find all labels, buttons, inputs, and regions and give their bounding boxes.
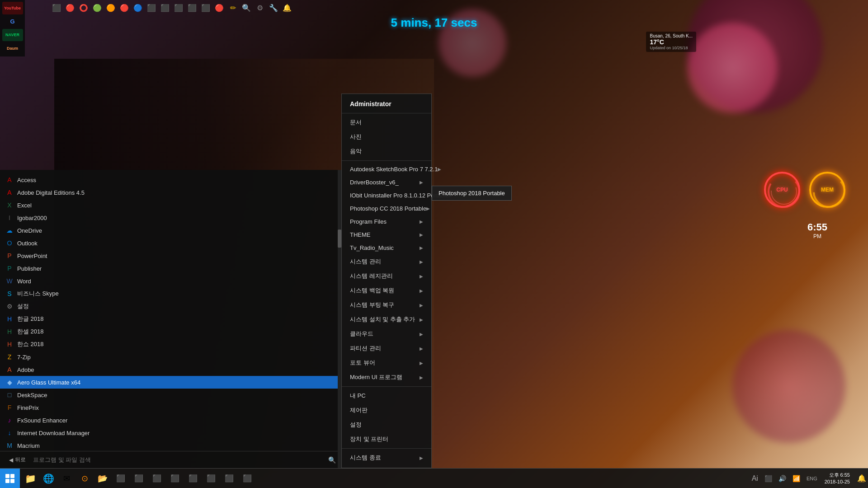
menu-item-igobar2000[interactable]: I Igobar2000 xyxy=(0,211,341,224)
context-item-devices[interactable]: 장치 및 프린터 xyxy=(342,432,431,446)
sidebar-item-naver[interactable]: NAVER xyxy=(2,29,23,42)
search-input[interactable] xyxy=(33,456,325,463)
context-item-documents[interactable]: 문서 xyxy=(342,115,431,130)
menu-item-word[interactable]: W Word xyxy=(0,275,341,287)
toolbar-btn-7[interactable]: 🔵 xyxy=(131,1,145,14)
menu-item-aero-glass[interactable]: ◆ Aero Glass Ultimate x64 xyxy=(0,376,341,389)
taskbar-icon-task4[interactable]: ⬛ xyxy=(130,470,147,487)
tray-icon-3[interactable]: 🔊 xyxy=(777,474,788,483)
menu-item-idm[interactable]: ↓ Internet Download Manager xyxy=(0,427,341,439)
context-item-registry[interactable]: 시스템 레지관리 ▶ xyxy=(342,269,431,283)
tray-icon-5[interactable]: ENG xyxy=(805,475,819,482)
tray-icon-4[interactable]: 📶 xyxy=(791,474,802,483)
menu-item-adobe-digital[interactable]: A Adobe Digital Editions 4.5 xyxy=(0,186,341,199)
context-item-install[interactable]: 시스템 설치 및 추출 추가 ▶ xyxy=(342,312,431,327)
menu-icon-publisher: P xyxy=(5,264,14,272)
context-item-iobit[interactable]: IObit Uninstaller Pro 8.1.0.12 Portable … xyxy=(342,189,431,202)
taskbar-icon-task7[interactable]: ⬛ xyxy=(184,470,202,487)
taskbar-icon-folder[interactable]: 📁 xyxy=(22,470,39,487)
toolbar-btn-10[interactable]: ⬛ xyxy=(172,1,185,14)
scroll-thumb[interactable] xyxy=(338,230,341,248)
toolbar-btn-13[interactable]: 🔴 xyxy=(212,1,226,14)
menu-icon-aero-glass: ◆ xyxy=(5,378,14,386)
context-item-shutdown[interactable]: 시스템 종료 ▶ xyxy=(342,450,431,465)
context-item-photos[interactable]: 사진 xyxy=(342,130,431,144)
context-item-autodesk[interactable]: Autodesk SketchBook Pro 7 7.2.1 ▶ xyxy=(342,163,431,176)
taskbar-clock[interactable]: 오후 6:55 2018-10-25 xyxy=(822,472,853,485)
menu-item-7zip[interactable]: Z 7-Zip xyxy=(0,351,341,363)
toolbar-btn-4[interactable]: 🟢 xyxy=(90,1,104,14)
menu-item-fxsound[interactable]: ♪ FxSound Enhancer xyxy=(0,414,341,427)
back-button[interactable]: ◀ 뒤로 xyxy=(5,454,29,465)
taskbar-icon-task10[interactable]: ⬛ xyxy=(239,470,256,487)
scrollbar[interactable] xyxy=(338,170,341,468)
toolbar-btn-1[interactable]: ⬛ xyxy=(50,1,63,14)
context-item-theme[interactable]: THEME ▶ xyxy=(342,228,431,241)
sidebar-item-daum[interactable]: Daum xyxy=(2,42,23,55)
menu-item-deskspace[interactable]: □ DeskSpace xyxy=(0,389,341,401)
menu-item-access[interactable]: A Access xyxy=(0,174,341,186)
toolbar-btn-2[interactable]: 🔴 xyxy=(63,1,77,14)
context-item-driverbooster[interactable]: DriverBooster_v6_ ▶ xyxy=(342,176,431,189)
menu-item-hanshow2018[interactable]: H 한쇼 2018 xyxy=(0,338,341,351)
toolbar-btn-6[interactable]: 🔴 xyxy=(118,1,131,14)
context-label-control-panel: 제어판 xyxy=(350,406,423,414)
toolbar-btn-11[interactable]: ⬛ xyxy=(185,1,199,14)
toolbar-btn-8[interactable]: ⬛ xyxy=(145,1,158,14)
taskbar-icon-mail[interactable]: ✉ xyxy=(58,470,75,487)
tray-icon-1[interactable]: Ai xyxy=(750,474,760,483)
toolbar-btn-15[interactable]: 🔍 xyxy=(240,1,253,14)
sidebar-item-google[interactable]: G xyxy=(2,15,23,28)
context-item-cloud[interactable]: 클라우드 ▶ xyxy=(342,327,431,341)
context-item-program-files[interactable]: Program Files ▶ xyxy=(342,215,431,228)
toolbar-btn-12[interactable]: ⬛ xyxy=(199,1,212,14)
notification-icon[interactable]: 🔔 xyxy=(855,473,868,483)
sidebar-item-youtube[interactable]: YouTube xyxy=(2,2,23,14)
start-button[interactable] xyxy=(0,469,20,488)
menu-item-settings[interactable]: ⚙ 설정 xyxy=(0,300,341,313)
taskbar-icon-browser[interactable]: ⊙ xyxy=(76,470,93,487)
menu-item-adobe[interactable]: A Adobe xyxy=(0,363,341,376)
context-item-boot-restore[interactable]: 시스템 부팅 복구 ▶ xyxy=(342,298,431,312)
context-item-tv-radio[interactable]: Tv_Radio_Music ▶ xyxy=(342,241,431,254)
taskbar-icon-task6[interactable]: ⬛ xyxy=(166,470,184,487)
toolbar-btn-3[interactable]: ⭕ xyxy=(77,1,90,14)
context-item-my-pc[interactable]: 내 PC xyxy=(342,389,431,403)
start-menu-list[interactable]: A Access A Adobe Digital Editions 4.5 X … xyxy=(0,170,341,451)
tray-icon-2[interactable]: ⬛ xyxy=(763,474,774,483)
toolbar-btn-14[interactable]: ✏ xyxy=(226,1,240,14)
toolbar-btn-18[interactable]: 🔔 xyxy=(280,1,294,14)
search-icon[interactable]: 🔍 xyxy=(328,456,336,464)
menu-item-macrium[interactable]: M Macrium xyxy=(0,439,341,451)
taskbar-icon-ie[interactable]: 🌐 xyxy=(40,470,57,487)
taskbar-icon-task9[interactable]: ⬛ xyxy=(221,470,238,487)
context-item-backup[interactable]: 시스템 백업 복원 ▶ xyxy=(342,283,431,298)
menu-item-hangul2018[interactable]: H 한글 2018 xyxy=(0,313,341,325)
context-item-modern-ui2[interactable]: Modern UI 프로그램 ▶ xyxy=(342,370,431,385)
menu-item-publisher[interactable]: P Publisher xyxy=(0,262,341,275)
taskbar-icon-task8[interactable]: ⬛ xyxy=(203,470,220,487)
menu-item-onedrive[interactable]: ☁ OneDrive xyxy=(0,224,341,237)
context-item-partition[interactable]: 파티션 관리 ▶ xyxy=(342,341,431,356)
menu-item-hancel2018[interactable]: H 한셀 2018 xyxy=(0,325,341,338)
menu-item-outlook[interactable]: O Outlook xyxy=(0,237,341,249)
context-item-control-panel[interactable]: 제어판 xyxy=(342,403,431,418)
toolbar-btn-9[interactable]: ⬛ xyxy=(158,1,172,14)
taskbar-icon-task3[interactable]: ⬛ xyxy=(112,470,129,487)
taskbar-icon-task5[interactable]: ⬛ xyxy=(148,470,165,487)
menu-item-biznis-skype[interactable]: S 비즈니스 Skype xyxy=(0,287,341,300)
menu-item-powerpoint[interactable]: P PowerPoint xyxy=(0,249,341,262)
context-item-settings2[interactable]: 설정 xyxy=(342,418,431,432)
context-item-photo-viewer[interactable]: 포토 뷰어 ▶ xyxy=(342,356,431,370)
taskbar-icon-files[interactable]: 📂 xyxy=(94,470,111,487)
context-item-photoshop-cc[interactable]: Photoshop CC 2018 Portable ▶ xyxy=(342,202,431,215)
menu-item-excel[interactable]: X Excel xyxy=(0,199,341,211)
toolbar-btn-17[interactable]: 🔧 xyxy=(267,1,280,14)
svg-point-2 xyxy=(814,176,844,207)
toolbar-btn-5[interactable]: 🟠 xyxy=(104,1,118,14)
toolbar-btn-16[interactable]: ⚙ xyxy=(253,1,267,14)
context-item-system-mgr[interactable]: 시스템 관리 ▶ xyxy=(342,254,431,269)
menu-item-fineprix[interactable]: F FinePrix xyxy=(0,401,341,414)
context-item-music[interactable]: 음악 xyxy=(342,144,431,159)
context-label-modern-ui2: Modern UI 프로그램 xyxy=(350,373,420,381)
